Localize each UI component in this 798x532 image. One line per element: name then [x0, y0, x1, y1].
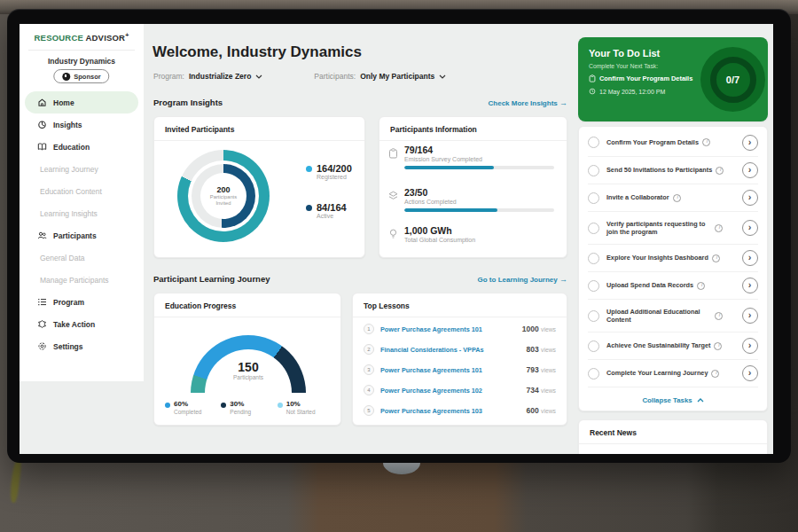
sponsor-icon [62, 73, 70, 81]
todo-item[interactable]: Invite a Collaborator [588, 184, 758, 211]
todo-subtitle: Complete Your Next Task: [589, 63, 658, 69]
task-checkbox[interactable] [588, 165, 599, 176]
legend-value: 30% [230, 400, 251, 409]
card-title: Invited Participants [154, 117, 364, 141]
todo-item[interactable]: Complete Your Learning Journey [588, 359, 758, 387]
info-icon[interactable] [715, 224, 723, 232]
legend-label: Active [317, 213, 347, 219]
lesson-link[interactable]: Power Purchase Agreements 103 [380, 407, 526, 415]
logo-plus: + [125, 32, 129, 38]
task-checkbox[interactable] [588, 192, 599, 204]
sidebar-item-settings[interactable]: Settings [25, 335, 138, 357]
legend-dot [306, 166, 312, 172]
todo-item[interactable]: Explore Your Insights Dashboard [588, 244, 758, 271]
legend-completed: 60% Completed [165, 400, 221, 415]
chevron-right-icon[interactable] [742, 338, 758, 354]
info-icon[interactable] [712, 254, 720, 262]
chevron-right-icon[interactable] [742, 278, 758, 293]
chevron-up-icon [697, 398, 704, 403]
lesson-row[interactable]: 5 Power Purchase Agreements 103 600 view… [364, 402, 556, 419]
progress-bar [404, 166, 554, 169]
task-checkbox[interactable] [588, 310, 599, 322]
list-icon [37, 297, 47, 307]
legend-not-started: 10% Not Started [278, 400, 333, 415]
participants-select-value: Only My Participants [360, 72, 434, 81]
info-icon[interactable] [714, 342, 722, 350]
task-checkbox[interactable] [588, 137, 599, 148]
sidebar-item-insights[interactable]: Insights [25, 113, 138, 136]
legend-label: Completed [174, 409, 201, 415]
sidebar-item-general-data[interactable]: General Data [20, 246, 144, 269]
todo-next-task: Confirm Your Program Details [589, 74, 692, 82]
sidebar-item-learning-insights[interactable]: Learning Insights [20, 202, 144, 224]
views-suffix: views [541, 408, 556, 414]
lesson-row[interactable]: 2 Financial Considerations - VPPAs 803 v… [364, 340, 556, 358]
legend-dot [221, 403, 226, 408]
lesson-rank: 2 [364, 344, 374, 355]
task-checkbox[interactable] [588, 340, 599, 352]
todo-item[interactable]: Confirm Your Program Details [588, 129, 758, 156]
task-checkbox[interactable] [588, 253, 599, 264]
check-more-insights-link[interactable]: Check More Insights → [392, 98, 567, 107]
lesson-link[interactable]: Financial Considerations - VPPAs [380, 346, 526, 354]
lesson-row[interactable]: 4 Power Purchase Agreements 102 734 view… [364, 381, 556, 399]
task-label: Upload Spend Data Records [606, 281, 693, 289]
todo-item[interactable]: Upload Additional Educational Content [588, 299, 758, 332]
task-label: Verify participants requesting to join t… [606, 220, 711, 237]
sidebar-item-label: Settings [53, 342, 83, 351]
lesson-link[interactable]: Power Purchase Agreements 101 [380, 325, 522, 333]
task-checkbox[interactable] [588, 280, 599, 292]
todo-hero-card: Your To Do List Complete Your Next Task:… [578, 37, 768, 121]
sidebar-item-education-content[interactable]: Education Content [20, 180, 144, 202]
info-icon[interactable] [715, 312, 723, 320]
views-suffix: views [541, 387, 556, 394]
legend-value: 60% [174, 400, 201, 409]
participants-select-label: Participants: [314, 72, 356, 81]
lesson-link[interactable]: Power Purchase Agreements 101 [380, 366, 526, 374]
chevron-right-icon[interactable] [742, 190, 758, 206]
metric-value: 79/164 [404, 145, 554, 156]
sidebar-item-manage-participants[interactable]: Manage Participants [20, 269, 144, 291]
todo-datetime: 12 May 2025, 12:00 PM [589, 88, 665, 95]
chevron-right-icon[interactable] [742, 250, 758, 266]
sidebar-item-program[interactable]: Program [25, 291, 138, 313]
lesson-row[interactable]: 3 Power Purchase Agreements 101 793 view… [364, 361, 556, 379]
go-to-learning-journey-link[interactable]: Go to Learning Journey → [392, 275, 567, 284]
todo-item[interactable]: Verify participants requesting to join t… [588, 211, 758, 244]
lesson-rank: 5 [364, 405, 374, 416]
sidebar-item-education[interactable]: Education [25, 136, 138, 158]
sidebar-item-take-action[interactable]: Take Action [25, 313, 138, 335]
lesson-link[interactable]: Power Purchase Agreements 102 [380, 387, 526, 395]
sidebar-item-home[interactable]: Home [25, 91, 138, 113]
chevron-right-icon[interactable] [742, 162, 758, 178]
program-select-value: Industrialize Zero [189, 72, 251, 81]
task-checkbox[interactable] [588, 223, 599, 234]
todo-item[interactable]: Send 50 Invitations to Participants [588, 156, 758, 184]
todo-progress-ring: 0/7 [700, 47, 765, 112]
info-icon[interactable] [673, 194, 681, 202]
info-icon[interactable] [716, 167, 724, 175]
participants-select[interactable]: Participants: Only My Participants [314, 72, 446, 81]
todo-item[interactable]: Achieve One Sustainability Target [588, 332, 758, 359]
lesson-row[interactable]: 1 Power Purchase Agreements 101 1000 vie… [364, 320, 556, 338]
task-checkbox[interactable] [588, 368, 599, 379]
info-icon[interactable] [711, 370, 719, 378]
metric-value: 1,000 GWh [404, 226, 554, 237]
info-icon[interactable] [702, 138, 710, 146]
book-icon [37, 142, 47, 152]
sponsor-badge[interactable]: Sponsor [53, 69, 109, 83]
donut-center-label: Invited [215, 200, 231, 207]
emission-survey-row: 79/164 Emission Survey Completed [388, 145, 554, 169]
info-icon[interactable] [697, 282, 705, 290]
chevron-right-icon[interactable] [742, 135, 758, 151]
sidebar-item-participants[interactable]: Participants [25, 224, 138, 246]
participants-information-card: Participants Information 79/164 Emission… [379, 116, 567, 258]
todo-item[interactable]: Upload Spend Data Records [588, 271, 758, 299]
sidebar: RESOURCE ADVISOR+ Industry Dynamics Spon… [20, 24, 144, 381]
sidebar-item-learning-journey[interactable]: Learning Journey [20, 158, 144, 180]
chevron-right-icon[interactable] [742, 220, 758, 236]
chevron-right-icon[interactable] [742, 365, 758, 381]
chevron-right-icon[interactable] [742, 308, 758, 324]
program-select[interactable]: Program: Industrialize Zero [153, 72, 262, 81]
collapse-tasks-link[interactable]: Collapse Tasks [588, 387, 758, 412]
